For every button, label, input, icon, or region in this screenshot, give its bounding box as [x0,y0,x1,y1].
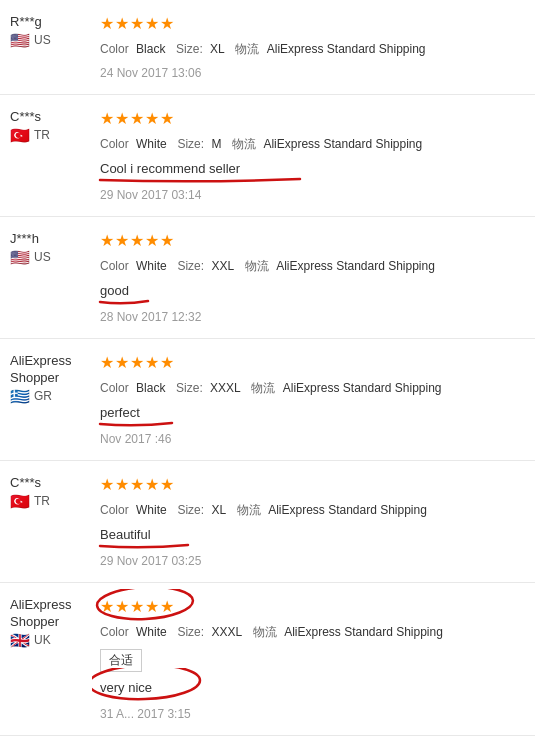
stars-wrapper: ★★★★★ [100,231,174,254]
star-rating: ★★★★★ [100,109,174,128]
review-text: Beautiful [100,527,151,542]
flag-icon: 🇺🇸 [10,33,30,46]
color-value: Black [136,381,165,395]
review-date: Nov 2017 :46 [100,432,525,446]
shipping-value: AliExpress Standard Shipping [267,42,426,56]
review-content: ★★★★★Color Black Size: XL 物流 AliExpress … [100,14,525,80]
reviewer-country: 🇬🇷GR [10,389,92,403]
reviewer-name: AliExpress Shopper [10,353,92,387]
star-icon: ★ [100,475,114,494]
star-icon: ★ [115,475,129,494]
star-icon: ★ [160,597,174,616]
size-label: Size: [177,259,204,273]
review-text: very nice [100,680,152,695]
review-content: ★★★★★Color White Size: XXL 物流 AliExpress… [100,231,525,324]
logistics-label: 物流 [235,42,259,56]
reviewer-col: J***h🇺🇸US [10,231,100,324]
flag-icon: 🇹🇷 [10,494,30,507]
flag-icon: 🇬🇷 [10,389,30,402]
size-value: M [211,137,221,151]
star-icon: ★ [130,231,144,250]
shipping-value: AliExpress Standard Shipping [284,625,443,639]
logistics-label: 物流 [232,137,256,151]
star-icon: ★ [130,109,144,128]
star-rating: ★★★★★ [100,353,174,372]
review-content: ★★★★★Color Black Size: XXXL 物流 AliExpres… [100,353,525,446]
color-value: White [136,259,167,273]
size-value: XL [210,42,225,56]
star-icon: ★ [145,597,159,616]
country-name: TR [34,494,50,508]
reviewer-col: AliExpress Shopper🇬🇧UK [10,597,100,721]
color-label: Color [100,42,129,56]
reviewer-country: 🇹🇷TR [10,494,92,508]
color-label: Color [100,381,129,395]
reviewer-name: C***s [10,109,92,126]
reviewer-col: C***s🇹🇷TR [10,109,100,202]
shipping-value: AliExpress Standard Shipping [263,137,422,151]
review-meta: Color White Size: XL 物流 AliExpress Stand… [100,502,525,519]
color-label: Color [100,625,129,639]
review-text-wrapper: Beautiful [100,523,151,546]
review-date: 28 Nov 2017 12:32 [100,310,525,324]
star-icon: ★ [145,475,159,494]
shipping-value: AliExpress Standard Shipping [283,381,442,395]
review-item: C***s🇹🇷TR★★★★★Color White Size: M 物流 Ali… [0,95,535,217]
review-tag: 合适 [100,645,525,676]
reviewer-col: C***s🇹🇷TR [10,475,100,568]
size-value: XXXL [210,381,241,395]
review-item: R***g🇺🇸US★★★★★Color Black Size: XL 物流 Al… [0,0,535,95]
review-text: good [100,283,129,298]
size-label: Size: [176,42,203,56]
shipping-value: AliExpress Standard Shipping [268,503,427,517]
size-label: Size: [177,137,204,151]
review-text: Cool i recommend seller [100,161,240,176]
review-date: 29 Nov 2017 03:14 [100,188,525,202]
star-icon: ★ [130,597,144,616]
review-text-wrapper: good [100,279,129,302]
reviewer-country: 🇺🇸US [10,33,92,47]
reviewer-name: J***h [10,231,92,248]
review-date: 24 Nov 2017 13:06 [100,66,525,80]
size-label: Size: [176,381,203,395]
color-value: White [136,503,167,517]
star-icon: ★ [100,14,114,33]
star-icon: ★ [130,14,144,33]
size-label: Size: [177,503,204,517]
star-icon: ★ [160,353,174,372]
review-meta: Color Black Size: XL 物流 AliExpress Stand… [100,41,525,58]
country-name: US [34,250,51,264]
star-icon: ★ [115,597,129,616]
star-icon: ★ [130,353,144,372]
star-icon: ★ [160,14,174,33]
review-meta: Color White Size: XXL 物流 AliExpress Stan… [100,258,525,275]
star-icon: ★ [115,14,129,33]
star-icon: ★ [100,597,114,616]
star-icon: ★ [115,353,129,372]
star-icon: ★ [100,231,114,250]
star-rating: ★★★★★ [100,14,174,33]
reviewer-col: AliExpress Shopper🇬🇷GR [10,353,100,446]
color-value: White [136,137,167,151]
size-value: XL [211,503,226,517]
review-text-wrapper: perfect [100,401,140,424]
size-value: XXL [211,259,234,273]
star-icon: ★ [160,109,174,128]
review-date: 31 A... 2017 3:15 [100,707,525,721]
star-icon: ★ [145,231,159,250]
stars-wrapper: ★★★★★ [100,109,174,132]
size-label: Size: [177,625,204,639]
review-item: AliExpress Shopper🇬🇧UK★★★★★Color White S… [0,583,535,736]
review-meta: Color Black Size: XXXL 物流 AliExpress Sta… [100,380,525,397]
star-rating: ★★★★★ [100,475,174,494]
logistics-label: 物流 [237,503,261,517]
star-icon: ★ [115,231,129,250]
star-icon: ★ [130,475,144,494]
country-name: TR [34,128,50,142]
flag-icon: 🇺🇸 [10,250,30,263]
review-meta: Color White Size: M 物流 AliExpress Standa… [100,136,525,153]
color-value: White [136,625,167,639]
review-item: C***s🇹🇷TR★★★★★Color White Size: XL 物流 Al… [0,461,535,583]
color-value: Black [136,42,165,56]
star-icon: ★ [145,14,159,33]
